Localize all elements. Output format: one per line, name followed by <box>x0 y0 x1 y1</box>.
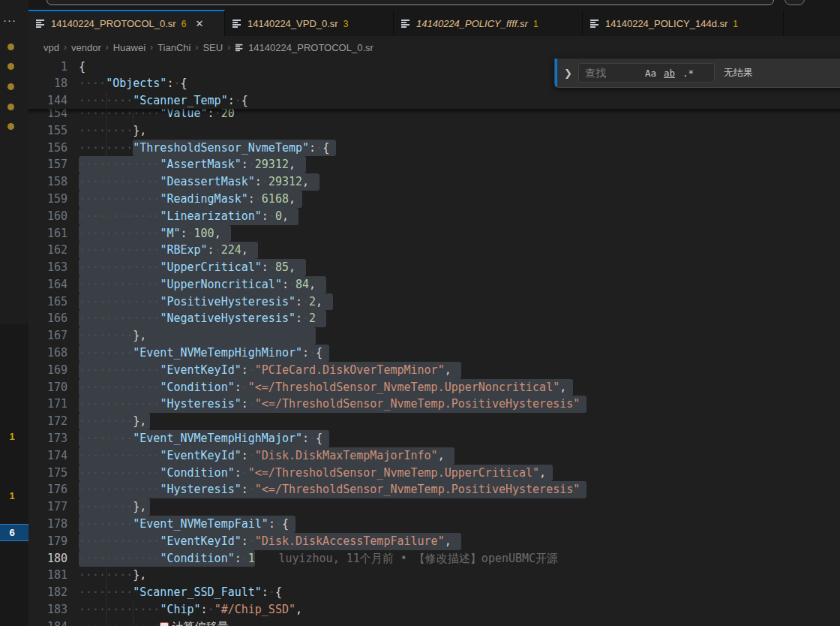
code-line-176[interactable]: 176············"Hysteresis":·"<=/Thresho… <box>28 481 840 498</box>
line-number[interactable]: 157 <box>28 156 68 173</box>
line-number[interactable]: 160 <box>28 208 68 225</box>
regex-icon[interactable]: .* <box>680 67 697 80</box>
editor-pane[interactable]: vpd›vendor›Huawei›TianChi›SEU›14140224_P… <box>28 36 840 626</box>
line-number[interactable]: 175 <box>28 465 68 482</box>
code-text: ········"ThresholdSensor_NvmeTemp":·{ <box>79 140 329 157</box>
code-line-183[interactable]: 183············"Chip":·"#/Chip_SSD", <box>28 601 840 618</box>
breadcrumb-file[interactable]: 14140224_PROTOCOL_0.sr <box>235 42 374 53</box>
breadcrumb-item[interactable]: vpd <box>44 42 59 53</box>
line-number[interactable]: 183 <box>28 601 68 618</box>
code-line-161[interactable]: 161············"M":·100, <box>28 225 840 242</box>
code-line-181[interactable]: 181········}, <box>28 567 840 584</box>
line-number[interactable]: 170 <box>28 379 68 396</box>
code-text: ····"Objects":·{ <box>79 75 188 92</box>
annotation-icon <box>160 622 169 626</box>
breadcrumb-item[interactable]: SEU <box>202 42 223 53</box>
whole-word-icon[interactable]: ab <box>661 67 678 80</box>
line-number[interactable]: 162 <box>28 242 68 259</box>
close-icon[interactable]: ✕ <box>195 19 203 29</box>
find-widget-sash[interactable] <box>555 59 557 87</box>
tab-14140224_VPD_0.sr[interactable]: 14140224_VPD_0.sr3 <box>225 10 394 36</box>
code-line-156[interactable]: 156········"ThresholdSensor_NvmeTemp":·{ <box>28 140 840 157</box>
line-number[interactable]: 181 <box>28 567 68 584</box>
dirty-file-dot <box>8 83 14 90</box>
problem-count-badge[interactable]: 1 <box>0 488 24 504</box>
quick-input-button-cropped[interactable] <box>784 0 805 5</box>
code-text: ········}, <box>79 498 146 516</box>
code-line-159[interactable]: 159············"ReadingMask":·6168, <box>28 191 840 208</box>
code-area[interactable]: 154············"Value":·20155········},1… <box>28 105 840 626</box>
line-number[interactable]: 159 <box>28 191 68 208</box>
line-number[interactable]: 171 <box>28 396 68 413</box>
code-line-158[interactable]: 158············"DeassertMask":·29312, <box>28 173 840 191</box>
code-text: ············"DeassertMask":·29312, <box>79 173 309 191</box>
tab-14140224_PROTOCOL_0.sr[interactable]: 14140224_PROTOCOL_0.sr6✕ <box>28 10 225 36</box>
line-number[interactable]: 184 <box>28 618 68 626</box>
code-line-180[interactable]: 180············"Condition":·1luyizhou, 1… <box>28 550 840 567</box>
line-number[interactable]: 176 <box>28 481 68 498</box>
tab-14140224_POLICY_ffff.sr[interactable]: 14140224_POLICY_ffff.sr1 <box>394 10 583 36</box>
line-number[interactable]: 165 <box>28 293 68 311</box>
code-line-179[interactable]: 179············"EventKeyId":·"Disk.DiskA… <box>28 533 840 550</box>
selected-file-row[interactable]: 6 <box>0 524 28 541</box>
code-line-162[interactable]: 162············"RBExp":·224, <box>28 242 840 259</box>
line-number[interactable]: 167 <box>28 327 68 345</box>
line-number[interactable]: 156 <box>28 140 68 157</box>
problem-count-badge[interactable]: 1 <box>0 429 24 445</box>
code-text: ············"NegativeHysteresis":·2 <box>79 310 316 327</box>
line-number[interactable]: 169 <box>28 362 68 379</box>
code-line-184[interactable]: 184············计算偏移量 <box>28 618 840 626</box>
line-number[interactable]: 179 <box>28 533 68 550</box>
code-line-172[interactable]: 172········}, <box>28 413 840 430</box>
code-line-173[interactable]: 173········"Event_NVMeTempHighMajor":·{ <box>28 430 840 447</box>
code-line-144[interactable]: 144········"Scanner_Temp":·{ <box>28 92 840 109</box>
code-line-167[interactable]: 167········}, <box>28 327 840 345</box>
line-number[interactable]: 161 <box>28 225 68 242</box>
code-line-171[interactable]: 171············"Hysteresis":·"<=/Thresho… <box>28 396 840 413</box>
find-input[interactable] <box>579 67 642 79</box>
code-line-168[interactable]: 168········"Event_NVMeTempHighMinor":·{ <box>28 345 840 362</box>
code-line-163[interactable]: 163············"UpperCritical":·85, <box>28 259 840 276</box>
code-line-177[interactable]: 177········}, <box>28 498 840 516</box>
vscode-window: ··· 116 14140224_PROTOCOL_0.sr6✕14140224… <box>0 0 840 626</box>
line-number[interactable]: 155 <box>28 122 68 140</box>
find-expand-icon[interactable]: ❯ <box>564 68 572 79</box>
line-number[interactable]: 172 <box>28 413 68 430</box>
line-number[interactable]: 173 <box>28 430 68 447</box>
line-number[interactable]: 18 <box>28 75 68 92</box>
line-number[interactable]: 166 <box>28 310 68 327</box>
chevron-right-icon: › <box>195 42 198 53</box>
quick-input-cropped[interactable] <box>46 0 774 5</box>
code-line-182[interactable]: 182········"Scanner_SSD_Fault":·{ <box>28 584 840 601</box>
code-line-178[interactable]: 178········"Event_NVMeTempFail":·{ <box>28 516 840 533</box>
line-number[interactable]: 174 <box>28 447 68 465</box>
code-line-165[interactable]: 165············"PositiveHysteresis":·2, <box>28 293 840 311</box>
line-number[interactable]: 158 <box>28 173 68 191</box>
tab-14140224_POLICY_144d.sr[interactable]: 14140224_POLICY_144d.sr1 <box>583 10 784 36</box>
line-number[interactable]: 180 <box>28 550 68 567</box>
more-actions-icon[interactable]: ··· <box>3 14 26 27</box>
breadcrumb-item[interactable]: TianChi <box>158 42 190 53</box>
breadcrumb-item[interactable]: Huawei <box>113 42 146 53</box>
line-number[interactable]: 182 <box>28 584 68 601</box>
line-number[interactable]: 164 <box>28 276 68 293</box>
code-line-169[interactable]: 169············"EventKeyId":·"PCIeCard.D… <box>28 362 840 379</box>
match-case-icon[interactable]: Aa <box>642 67 659 80</box>
line-number[interactable]: 163 <box>28 259 68 276</box>
line-number[interactable]: 178 <box>28 516 68 533</box>
code-line-175[interactable]: 175············"Condition":·"<=/Threshol… <box>28 465 840 482</box>
code-line-160[interactable]: 160············"Linearization":·0, <box>28 208 840 225</box>
line-number[interactable]: 177 <box>28 498 68 516</box>
line-number[interactable]: 168 <box>28 345 68 362</box>
chevron-right-icon: › <box>150 42 153 53</box>
code-line-166[interactable]: 166············"NegativeHysteresis":·2 <box>28 310 840 327</box>
line-number[interactable]: 144 <box>28 92 68 109</box>
code-line-170[interactable]: 170············"Condition":·"<=/Threshol… <box>28 379 840 396</box>
code-line-157[interactable]: 157············"AssertMask":·29312, <box>28 156 840 173</box>
line-number[interactable]: 1 <box>28 59 68 75</box>
code-line-164[interactable]: 164············"UpperNoncritical":·84, <box>28 276 840 293</box>
code-line-174[interactable]: 174············"EventKeyId":·"Disk.DiskM… <box>28 447 840 465</box>
breadcrumb-item[interactable]: vendor <box>71 42 101 53</box>
code-line-155[interactable]: 155········}, <box>28 122 840 140</box>
code-text: ············"Condition":·"<=/ThresholdSe… <box>79 379 566 396</box>
